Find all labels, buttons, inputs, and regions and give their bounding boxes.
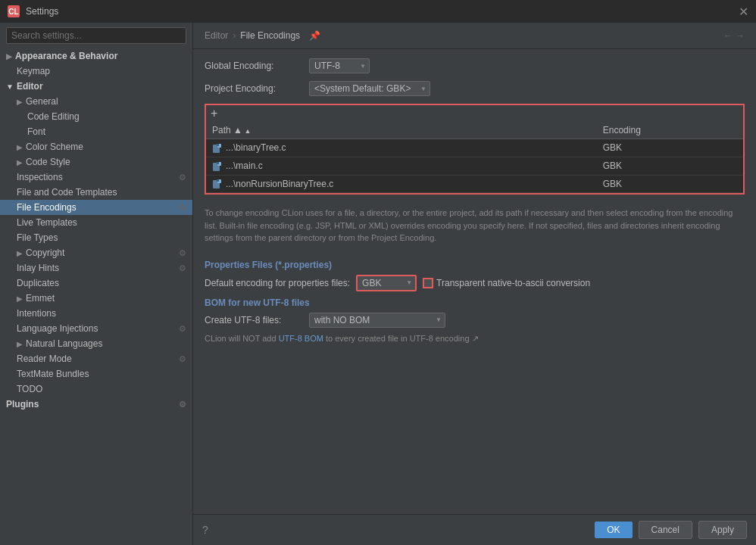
nav-back-button[interactable]: ← (723, 30, 733, 41)
arrow-down-icon: ▼ (6, 83, 14, 91)
gear-icon: ⚙ (179, 354, 186, 364)
project-encoding-dropdown[interactable]: <System Default: GBK> (309, 81, 430, 96)
properties-encoding-row: Default encoding for properties files: G… (205, 275, 745, 291)
native-to-ascii-label: Transparent native-to-ascii conversion (436, 278, 590, 288)
file-path-cell: ...\nonRursionBinaryTree.c (206, 175, 597, 193)
settings-window: CL Settings ✕ ▶ Appearance & Behavior Ke… (0, 0, 756, 545)
sidebar-item-editor[interactable]: ▼ Editor (0, 79, 192, 94)
arrow-icon: ▶ (17, 340, 23, 348)
sidebar-item-copyright[interactable]: ▶ Copyright ⚙ (0, 245, 192, 260)
main-content: ▶ Appearance & Behavior Keymap ▼ Editor … (0, 23, 756, 545)
sidebar-item-inlay-hints[interactable]: Inlay Hints ⚙ (0, 260, 192, 276)
arrow-icon: ▶ (17, 294, 23, 303)
app-icon: CL (8, 5, 20, 17)
search-input[interactable] (6, 27, 186, 44)
bom-label: Create UTF-8 files: (205, 315, 303, 325)
svg-rect-5 (217, 162, 219, 164)
help-icon[interactable]: ? (202, 524, 208, 536)
sidebar-item-code-editing[interactable]: Code Editing (0, 109, 192, 124)
native-to-ascii-checkbox-group: Transparent native-to-ascii conversion (423, 278, 590, 288)
bottom-bar: ? OK Cancel Apply (193, 514, 756, 545)
bom-row: Create UTF-8 files: with NO BOM (205, 313, 745, 328)
native-to-ascii-checkbox[interactable] (423, 278, 433, 288)
properties-encoding-dropdown[interactable]: GBK (356, 275, 417, 291)
bom-dropdown[interactable]: with NO BOM (309, 313, 445, 328)
sidebar-item-appearance[interactable]: ▶ Appearance & Behavior (0, 48, 192, 64)
breadcrumb-current: File Encodings (240, 30, 300, 41)
file-encodings-table-container: + Path ▲ Encoding ...\binaryTree.cGBK...… (205, 104, 745, 195)
arrow-icon: ▶ (17, 143, 23, 151)
project-encoding-row: Project Encoding: <System Default: GBK> (205, 81, 745, 96)
sidebar-item-emmet[interactable]: ▶ Emmet (0, 291, 192, 306)
gear-icon: ⚙ (179, 324, 186, 334)
pin-icon: 📌 (309, 30, 320, 41)
sidebar-item-inspections[interactable]: Inspections ⚙ (0, 170, 192, 185)
file-path-cell: ...\main.c (206, 157, 597, 175)
cancel-button[interactable]: Cancel (639, 521, 692, 539)
table-row[interactable]: ...\nonRursionBinaryTree.cGBK (206, 175, 743, 193)
sidebar: ▶ Appearance & Behavior Keymap ▼ Editor … (0, 23, 193, 545)
file-encoding-cell: GBK (597, 175, 743, 193)
bom-note-prefix: CLion will NOT add (205, 334, 279, 343)
arrow-icon: ▶ (6, 52, 12, 61)
sidebar-item-textmate-bundles[interactable]: TextMate Bundles (0, 366, 192, 382)
close-button[interactable]: ✕ (739, 5, 748, 19)
bom-note: CLion will NOT add UTF-8 BOM to every cr… (205, 334, 745, 344)
arrow-icon: ▶ (17, 98, 23, 106)
sidebar-search-container (0, 23, 192, 48)
global-encoding-row: Global Encoding: UTF-8 (205, 58, 745, 73)
add-row-button[interactable]: + (211, 107, 217, 120)
title-bar: CL Settings ✕ (0, 0, 756, 23)
table-header-row: Path ▲ Encoding (206, 122, 743, 139)
sidebar-item-color-scheme[interactable]: ▶ Color Scheme (0, 139, 192, 154)
encoding-column-header[interactable]: Encoding (597, 122, 743, 139)
sidebar-item-keymap[interactable]: Keymap (0, 64, 192, 79)
bom-note-suffix: to every created file in UTF-8 encoding … (323, 334, 479, 343)
sidebar-item-natural-languages[interactable]: ▶ Natural Languages (0, 336, 192, 351)
sidebar-item-duplicates[interactable]: Duplicates (0, 276, 192, 291)
help-section: ? (202, 524, 208, 536)
global-encoding-dropdown[interactable]: UTF-8 (309, 58, 370, 73)
gear-icon: ⚙ (179, 173, 186, 182)
file-encodings-table: Path ▲ Encoding ...\binaryTree.cGBK...\m… (206, 122, 743, 193)
gear-icon: ⚙ (179, 203, 186, 213)
path-column-header[interactable]: Path ▲ (206, 122, 597, 139)
sidebar-item-live-templates[interactable]: Live Templates (0, 215, 192, 230)
svg-rect-2 (217, 144, 219, 146)
sidebar-item-code-style[interactable]: ▶ Code Style (0, 154, 192, 170)
sidebar-item-reader-mode[interactable]: Reader Mode ⚙ (0, 351, 192, 366)
properties-encoding-label: Default encoding for properties files: (205, 278, 350, 288)
project-encoding-label: Project Encoding: (205, 83, 303, 94)
breadcrumb-parent: Editor (205, 30, 228, 41)
sidebar-item-plugins[interactable]: Plugins ⚙ (0, 397, 192, 412)
bom-section-title: BOM for new UTF-8 files (205, 297, 745, 308)
arrow-icon: ▶ (17, 158, 23, 167)
sidebar-item-font[interactable]: Font (0, 124, 192, 139)
sidebar-item-file-code-templates[interactable]: File and Code Templates (0, 185, 192, 200)
ok-button[interactable]: OK (595, 522, 632, 538)
table-row[interactable]: ...\binaryTree.cGBK (206, 139, 743, 157)
svg-rect-8 (217, 179, 219, 182)
gear-icon: ⚙ (179, 263, 186, 273)
sidebar-item-language-injections[interactable]: Language Injections ⚙ (0, 321, 192, 336)
panel-header: Editor › File Encodings 📌 ← → (193, 23, 756, 49)
file-encoding-cell: GBK (597, 139, 743, 157)
sidebar-item-file-types[interactable]: File Types (0, 230, 192, 245)
sidebar-item-file-encodings[interactable]: File Encodings ⚙ (0, 200, 192, 215)
window-title: Settings (26, 6, 58, 17)
panel-body: Global Encoding: UTF-8 Project Encoding:… (193, 49, 756, 514)
global-encoding-label: Global Encoding: (205, 61, 303, 71)
sidebar-item-general[interactable]: ▶ General (0, 94, 192, 109)
file-path-cell: ...\binaryTree.c (206, 139, 597, 157)
apply-button[interactable]: Apply (698, 521, 747, 539)
right-panel: Editor › File Encodings 📌 ← → Global Enc… (193, 23, 756, 545)
breadcrumb-separator: › (233, 30, 236, 41)
nav-forward-button[interactable]: → (736, 30, 745, 41)
sidebar-item-todo[interactable]: TODO (0, 382, 192, 397)
table-toolbar: + (206, 105, 743, 122)
utf8-bom-link[interactable]: UTF-8 BOM (279, 334, 323, 343)
sidebar-item-intentions[interactable]: Intentions (0, 306, 192, 321)
arrow-icon: ▶ (17, 249, 23, 257)
gear-icon: ⚙ (179, 248, 186, 258)
table-row[interactable]: ...\main.cGBK (206, 157, 743, 175)
